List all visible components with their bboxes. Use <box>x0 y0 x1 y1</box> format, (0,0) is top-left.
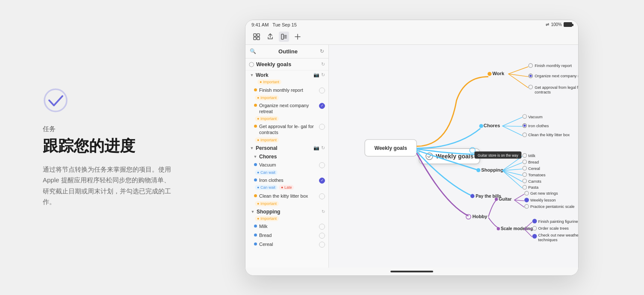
svg-text:Practice pentatonic scale: Practice pentatonic scale <box>530 204 575 209</box>
svg-text:Hobby: Hobby <box>473 214 488 219</box>
svg-line-48 <box>502 170 523 181</box>
toolbar-outline-icon[interactable] <box>279 32 289 42</box>
svg-line-70 <box>514 200 524 201</box>
item-checkbox[interactable] <box>319 88 325 93</box>
item-dot <box>254 163 257 166</box>
left-section: 任务 跟踪您的进度 通过将节点转换为任务来掌握您的项目。使用 Apple 提醒应… <box>17 88 180 207</box>
item-checkbox[interactable] <box>319 193 325 199</box>
status-bar: 9:41 AM Tue Sep 15 ⇌ 100% <box>245 20 578 29</box>
svg-text:Finish painting figurine: Finish painting figurine <box>538 219 578 223</box>
outline-more-icon[interactable]: ↻ <box>320 48 324 54</box>
personal-arrow-icon[interactable]: ▼ <box>250 146 254 150</box>
personal-group-icons: 📷 ↻ <box>313 145 325 151</box>
svg-line-71 <box>514 200 524 207</box>
svg-point-0 <box>44 89 67 111</box>
item-checkbox[interactable] <box>319 233 325 239</box>
svg-point-64 <box>470 194 474 198</box>
iron-late-tag: ● Late <box>279 185 294 190</box>
item-text: Bread <box>259 232 317 238</box>
ipad-mockup: 9:41 AM Tue Sep 15 ⇌ 100% <box>245 20 579 276</box>
item-checkbox[interactable] <box>319 224 325 230</box>
toolbar-grid-icon[interactable] <box>251 32 262 42</box>
svg-text:Get new strings: Get new strings <box>530 191 558 196</box>
organize-retreat-tag: ● Important <box>255 116 279 121</box>
svg-text:Milk: Milk <box>528 153 535 158</box>
svg-point-54 <box>523 166 526 170</box>
svg-point-28 <box>479 124 483 128</box>
svg-point-72 <box>525 191 529 195</box>
personal-group-label: Personal <box>256 145 312 151</box>
personal-refresh-icon[interactable]: ↻ <box>321 145 325 151</box>
svg-point-37 <box>523 133 526 137</box>
item-text: Organize next company retreat <box>259 102 317 115</box>
item-checkbox[interactable]: ✓ <box>319 103 325 109</box>
description-text: 通过将节点转换为任务来掌握您的项目。使用 Apple 提醒应用程序轻松同步您的购… <box>43 164 171 207</box>
svg-text:Shopping: Shopping <box>481 167 503 172</box>
outline-search-icon[interactable]: 🔍 <box>250 48 256 54</box>
svg-point-24 <box>529 85 532 89</box>
svg-text:Iron clothes: Iron clothes <box>528 123 549 128</box>
weekly-goals-action-icon[interactable]: ↻ <box>321 61 325 67</box>
toolbar-layout-icon[interactable] <box>292 32 303 42</box>
svg-point-42 <box>476 168 480 172</box>
svg-text:Pasta: Pasta <box>528 185 539 190</box>
svg-text:Weekly goals: Weekly goals <box>374 145 407 151</box>
svg-rect-2 <box>257 34 260 36</box>
item-dot <box>254 242 257 245</box>
outline-header: 🔍 Outline ↻ <box>245 45 328 58</box>
svg-point-78 <box>497 227 500 230</box>
work-group-row: ▼ Work 📷 ↻ <box>245 70 328 79</box>
svg-text:Tomatoes: Tomatoes <box>528 172 546 177</box>
item-checkbox[interactable]: ✓ <box>319 178 325 184</box>
item-text: Milk <box>259 223 317 229</box>
svg-point-85 <box>533 226 537 230</box>
item-text: Iron clothes <box>259 177 317 183</box>
svg-text:Vacuum: Vacuum <box>528 114 543 119</box>
work-refresh-icon[interactable]: ↻ <box>321 72 325 78</box>
item-checkbox[interactable] <box>319 162 325 168</box>
wifi-icon: ⇌ <box>546 22 549 27</box>
work-group-icons: 📷 ↻ <box>313 72 325 78</box>
toolbar-share-icon[interactable] <box>265 32 275 42</box>
home-indicator <box>390 271 433 272</box>
outline-item: Clean the kitty litter box <box>245 192 328 201</box>
status-time-date: 9:41 AM Tue Sep 15 <box>251 22 297 27</box>
svg-rect-3 <box>254 37 256 40</box>
shopping-arrow-icon[interactable]: ▼ <box>251 210 255 214</box>
vacuum-tag: ● Can wait <box>255 170 278 175</box>
svg-rect-4 <box>257 37 260 40</box>
weekly-goals-collapse-icon[interactable]: ◯ <box>249 61 254 67</box>
item-dot <box>254 234 257 237</box>
svg-line-31 <box>502 126 523 135</box>
item-checkbox[interactable] <box>319 124 325 130</box>
item-dot <box>254 194 257 197</box>
ipad-section: 9:41 AM Tue Sep 15 ⇌ 100% <box>180 20 627 276</box>
item-checkbox[interactable] <box>319 242 325 248</box>
item-dot <box>254 104 257 107</box>
svg-text:Cereal: Cereal <box>528 166 540 170</box>
kitty-tag: ● Important <box>255 201 279 206</box>
shopping-important-tag: ● Important <box>255 216 279 221</box>
svg-point-40 <box>470 147 475 153</box>
svg-text:Guitar: Guitar <box>499 197 511 202</box>
item-dot <box>254 225 257 228</box>
work-arrow-icon[interactable]: ▼ <box>250 73 254 77</box>
personal-image-icon: 📷 <box>313 145 319 151</box>
svg-text:Work: Work <box>492 70 505 76</box>
shopping-action-icon[interactable]: ↻ <box>322 209 325 214</box>
outline-item: Vacuum <box>245 161 328 169</box>
work-important-tag: ● Important <box>257 79 281 85</box>
approval-tag: ● Important <box>255 137 279 143</box>
svg-line-29 <box>502 117 523 126</box>
svg-point-83 <box>533 219 537 223</box>
svg-point-87 <box>533 234 537 238</box>
toolbar <box>245 29 578 45</box>
outline-item: Milk <box>245 222 328 231</box>
svg-text:Check out new weathering: Check out new weathering <box>538 233 578 237</box>
battery-label: 100% <box>551 22 562 27</box>
svg-point-22 <box>529 74 532 77</box>
outline-body: ◯ Weekly goals ↻ ▼ Work 📷 ↻ <box>245 58 328 268</box>
chores-arrow-icon[interactable]: ▼ <box>253 155 257 159</box>
svg-text:Get approval from legal for: Get approval from legal for <box>535 85 578 89</box>
svg-text:Carrots: Carrots <box>528 179 541 183</box>
